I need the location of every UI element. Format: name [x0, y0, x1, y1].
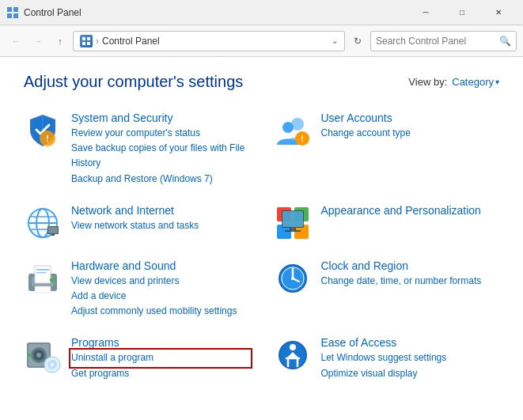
clock-title[interactable]: Clock and Region [321, 259, 500, 272]
maximize-button[interactable]: □ [444, 0, 480, 25]
svg-rect-34 [36, 272, 46, 274]
svg-rect-21 [51, 234, 55, 236]
appearance-content: Appearance and Personalization [321, 204, 500, 218]
svg-rect-20 [48, 227, 58, 233]
svg-rect-4 [82, 37, 85, 40]
category-system-security: ! System and Security Review your comput… [24, 107, 250, 191]
hardware-title[interactable]: Hardware and Sound [71, 259, 250, 272]
category-user-accounts: ! User Accounts Change account type [274, 107, 500, 191]
view-network-status-link[interactable]: View network status and tasks [71, 218, 250, 233]
svg-point-36 [50, 278, 55, 282]
let-windows-suggest-link[interactable]: Let Windows suggest settings [321, 350, 500, 365]
svg-rect-0 [7, 7, 12, 12]
user-accounts-title[interactable]: User Accounts [321, 112, 500, 124]
svg-rect-6 [82, 42, 85, 45]
category-hardware: Hardware and Sound View devices and prin… [24, 255, 250, 324]
up-icon: ↑ [58, 36, 63, 46]
category-clock: Clock and Region Change date, time, or n… [274, 255, 500, 324]
breadcrumb-folder-icon [80, 35, 93, 47]
network-title[interactable]: Network and Internet [71, 204, 250, 217]
breadcrumb-dropdown-icon[interactable]: ⌄ [332, 36, 338, 45]
add-device-link[interactable]: Add a device [71, 289, 250, 304]
page-header: Adjust your computer's settings View by:… [24, 73, 499, 91]
get-programs-link[interactable]: Get programs [71, 366, 250, 381]
viewby-arrow-icon: ▾ [495, 78, 499, 86]
clock-content: Clock and Region Change date, time, or n… [321, 259, 500, 289]
hardware-icon [24, 259, 62, 297]
programs-content: Programs Uninstall a program Get program… [71, 336, 250, 380]
page-title: Adjust your computer's settings [24, 73, 243, 91]
forward-button[interactable]: → [28, 32, 47, 51]
search-box[interactable]: 🔍 [370, 31, 517, 51]
system-security-icon: ! [24, 112, 62, 149]
viewby-label: View by: [408, 76, 447, 88]
category-ease-access: Ease of Access Let Windows suggest setti… [274, 331, 500, 385]
ease-access-title[interactable]: Ease of Access [321, 336, 500, 349]
refresh-button[interactable]: ↻ [348, 32, 367, 51]
breadcrumb-text: Control Panel [102, 36, 160, 47]
back-button[interactable]: ← [6, 32, 25, 51]
viewby-control: View by: Category ▾ [408, 76, 499, 88]
svg-text:!: ! [301, 134, 303, 143]
system-security-content: System and Security Review your computer… [71, 112, 250, 187]
breadcrumb-separator: › [96, 36, 99, 47]
mobility-settings-link[interactable]: Adjust commonly used mobility settings [71, 304, 250, 319]
window-controls: ─ □ ✕ [407, 0, 517, 25]
svg-point-53 [51, 363, 54, 366]
viewby-value-text: Category [452, 76, 494, 88]
svg-point-11 [282, 122, 294, 133]
category-appearance: Appearance and Personalization [274, 199, 500, 247]
ease-access-content: Ease of Access Let Windows suggest setti… [321, 336, 500, 380]
uninstall-program-link[interactable]: Uninstall a program [71, 350, 250, 365]
up-button[interactable]: ↑ [51, 32, 70, 51]
programs-title[interactable]: Programs [71, 336, 250, 349]
svg-text:!: ! [46, 134, 48, 143]
svg-rect-5 [87, 37, 90, 40]
category-network: Network and Internet View network status… [24, 199, 250, 247]
svg-rect-1 [13, 7, 18, 12]
user-accounts-icon: ! [274, 112, 312, 149]
app-icon [6, 6, 19, 19]
addressbar: ← → ↑ › Control Panel ⌄ ↻ 🔍 [0, 25, 523, 57]
refresh-icon: ↻ [354, 36, 362, 47]
change-account-type-link[interactable]: Change account type [321, 126, 500, 141]
forward-icon: → [34, 36, 43, 46]
categories-grid: ! System and Security Review your comput… [24, 107, 499, 386]
view-devices-printers-link[interactable]: View devices and printers [71, 274, 250, 289]
system-security-title[interactable]: System and Security [71, 112, 250, 124]
svg-rect-32 [35, 266, 51, 283]
optimize-visual-link[interactable]: Optimize visual display [321, 366, 500, 381]
svg-rect-7 [87, 42, 90, 45]
svg-point-43 [291, 277, 294, 280]
svg-rect-29 [285, 230, 301, 232]
save-backup-link[interactable]: Save backup copies of your files with Fi… [71, 141, 250, 171]
category-programs: Programs Uninstall a program Get program… [24, 331, 250, 385]
window-title: Control Panel [24, 7, 407, 18]
programs-icon [24, 336, 62, 374]
minimize-button[interactable]: ─ [407, 0, 444, 25]
svg-rect-35 [35, 286, 51, 293]
clock-icon [274, 259, 312, 297]
hardware-content: Hardware and Sound View devices and prin… [71, 259, 250, 320]
svg-rect-50 [28, 354, 32, 357]
network-content: Network and Internet View network status… [71, 204, 250, 233]
search-input[interactable] [376, 36, 499, 47]
close-button[interactable]: ✕ [480, 0, 517, 25]
search-icon: 🔍 [499, 36, 511, 47]
change-datetime-link[interactable]: Change date, time, or number formats [321, 274, 500, 289]
back-icon: ← [12, 36, 21, 46]
user-accounts-content: User Accounts Change account type [321, 112, 500, 141]
appearance-title[interactable]: Appearance and Personalization [321, 204, 500, 217]
appearance-icon [274, 204, 312, 242]
breadcrumb-bar[interactable]: › Control Panel ⌄ [73, 31, 345, 51]
backup-restore-link[interactable]: Backup and Restore (Windows 7) [71, 172, 250, 187]
review-computer-status-link[interactable]: Review your computer's status [71, 126, 250, 141]
svg-rect-3 [13, 13, 18, 18]
ease-access-icon [274, 336, 312, 374]
svg-point-49 [38, 354, 40, 357]
viewby-dropdown[interactable]: Category ▾ [452, 76, 499, 88]
titlebar: Control Panel ─ □ ✕ [0, 0, 523, 25]
svg-point-56 [290, 344, 296, 350]
svg-rect-27 [282, 211, 303, 227]
svg-rect-28 [290, 228, 296, 230]
